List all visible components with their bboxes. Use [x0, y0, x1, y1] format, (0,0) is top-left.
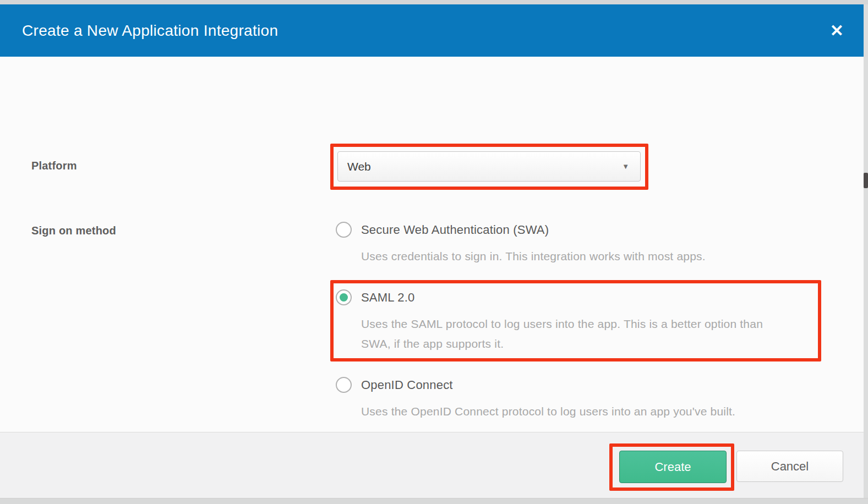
option-saml-label[interactable]: SAML 2.0 — [361, 291, 414, 305]
option-saml: SAML 2.0 Uses the SAML protocol to log u… — [330, 289, 788, 354]
footer-buttons: Create Cancel — [432, 432, 868, 498]
modal-title: Create a New Application Integration — [0, 22, 278, 40]
create-button[interactable]: Create — [619, 451, 727, 483]
option-swa-radio-row[interactable]: Secure Web Authentication (SWA) — [330, 222, 706, 238]
option-swa: Secure Web Authentication (SWA) Uses cre… — [330, 222, 706, 266]
radio-button-swa[interactable] — [336, 222, 352, 238]
radio-button-openid[interactable] — [336, 377, 352, 393]
scrollbar-thumb[interactable] — [864, 173, 868, 188]
option-openid: OpenID Connect Uses the OpenID Connect p… — [330, 377, 735, 421]
platform-label: Platform — [31, 160, 77, 172]
option-saml-radio-row[interactable]: SAML 2.0 — [330, 289, 788, 305]
sign-on-method-label: Sign on method — [31, 224, 116, 237]
window-top-strip — [0, 0, 868, 4]
chevron-down-icon: ▼ — [622, 162, 640, 171]
modal-footer: Create Cancel — [0, 432, 868, 498]
option-swa-label[interactable]: Secure Web Authentication (SWA) — [361, 223, 549, 237]
modal-create-app-integration: Create a New Application Integration ✕ P… — [0, 0, 868, 504]
platform-select[interactable]: Web ▼ — [337, 151, 641, 182]
modal-header: Create a New Application Integration ✕ — [0, 4, 868, 57]
platform-select-value: Web — [338, 160, 622, 173]
close-icon[interactable]: ✕ — [830, 23, 844, 39]
window-bottom-strip — [0, 498, 868, 504]
radio-button-saml[interactable] — [336, 289, 352, 305]
option-swa-description: Uses credentials to sign in. This integr… — [361, 246, 706, 266]
option-openid-description: Uses the OpenID Connect protocol to log … — [361, 402, 735, 421]
option-saml-description: Uses the SAML protocol to log users into… — [361, 314, 788, 354]
cancel-button[interactable]: Cancel — [736, 451, 843, 482]
option-openid-radio-row[interactable]: OpenID Connect — [330, 377, 735, 393]
scrollbar-track[interactable] — [864, 4, 868, 498]
modal-body: Platform Web ▼ Sign on method Secure Web… — [0, 57, 868, 432]
option-openid-label[interactable]: OpenID Connect — [361, 378, 453, 392]
